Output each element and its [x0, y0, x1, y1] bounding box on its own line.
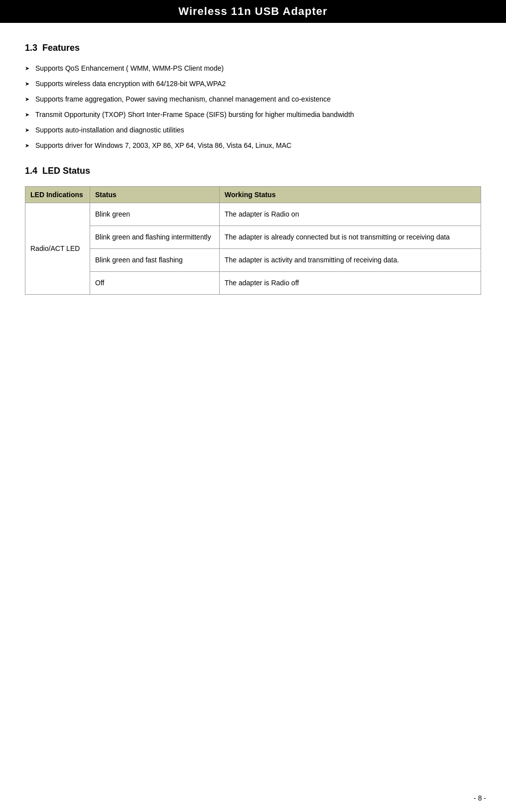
list-item: Transmit Opportunity (TXOP) Short Inter-…: [25, 110, 481, 120]
page-content: 1.3 Features Supports QoS Enhancement ( …: [0, 23, 506, 325]
header-title: Wireless 11n USB Adapter: [178, 5, 327, 17]
list-item: Supports wireless data encryption with 6…: [25, 79, 481, 89]
led-table: LED Indications Status Working Status Ra…: [25, 186, 481, 295]
list-item: Supports frame aggregation, Power saving…: [25, 94, 481, 105]
section-13-title: 1.3 Features: [25, 43, 481, 53]
col-header-working: Working Status: [220, 187, 481, 203]
section-14-title: 1.4 LED Status: [25, 166, 481, 176]
led-status-cell: Off: [90, 272, 220, 295]
led-status-cell: Blink green and flashing intermittently: [90, 226, 220, 249]
table-row: Blink green and fast flashing The adapte…: [25, 249, 481, 272]
table-row: Radio/ACT LED Blink green The adapter is…: [25, 203, 481, 226]
led-indication-cell: Radio/ACT LED: [25, 203, 90, 295]
led-working-cell: The adapter is Radio off: [220, 272, 481, 295]
table-row: Off The adapter is Radio off: [25, 272, 481, 295]
led-working-cell: The adapter is activity and transmitting…: [220, 249, 481, 272]
table-header-row: LED Indications Status Working Status: [25, 187, 481, 203]
list-item: Supports QoS Enhancement ( WMM, WMM-PS C…: [25, 63, 481, 74]
col-header-indication: LED Indications: [25, 187, 90, 203]
led-status-cell: Blink green: [90, 203, 220, 226]
list-item: Supports driver for Windows 7, 2003, XP …: [25, 140, 481, 151]
list-item: Supports auto-installation and diagnosti…: [25, 125, 481, 135]
page-number: - 8 -: [474, 794, 486, 802]
page-header: Wireless 11n USB Adapter: [0, 0, 506, 23]
led-working-cell: The adapter is Radio on: [220, 203, 481, 226]
col-header-status: Status: [90, 187, 220, 203]
table-row: Blink green and flashing intermittently …: [25, 226, 481, 249]
led-status-cell: Blink green and fast flashing: [90, 249, 220, 272]
features-list: Supports QoS Enhancement ( WMM, WMM-PS C…: [25, 63, 481, 151]
led-working-cell: The adapter is already connected but is …: [220, 226, 481, 249]
